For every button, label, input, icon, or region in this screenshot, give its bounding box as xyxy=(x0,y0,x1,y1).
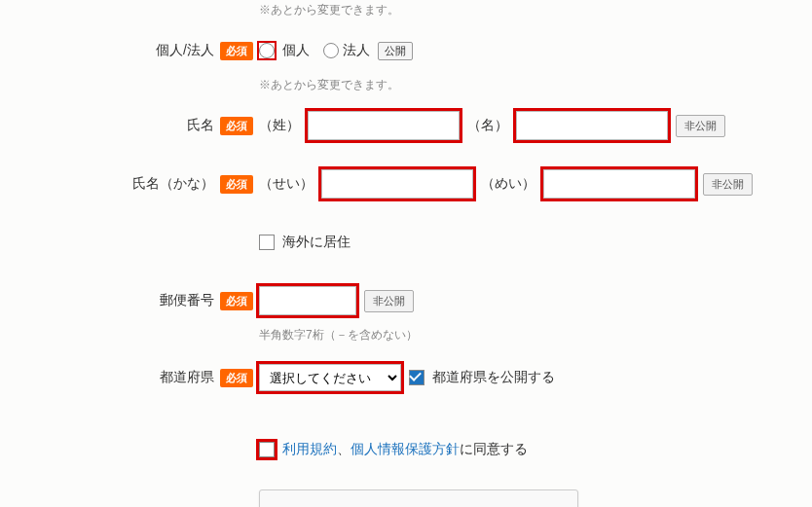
mei-kana-label: （めい） xyxy=(481,175,535,193)
radio-corp-label: 法人 xyxy=(343,42,370,59)
note-change-later: ※あとから変更できます。 xyxy=(259,2,812,18)
surname-input[interactable] xyxy=(308,111,460,140)
sei-kana-label: （せい） xyxy=(259,175,314,193)
name-label: 氏名 xyxy=(187,117,214,134)
postal-hint: 半角数字7桁（－を含めない） xyxy=(259,327,812,344)
given-name-kana-input[interactable] xyxy=(543,169,695,199)
prefecture-select[interactable]: 選択してください xyxy=(259,364,401,391)
privacy-link[interactable]: 個人情報保護方針 xyxy=(351,441,460,456)
name-kana-label: 氏名（かな） xyxy=(132,175,214,193)
required-badge: 必須 xyxy=(220,42,253,60)
radio-corporate[interactable]: 法人 xyxy=(323,42,370,59)
entity-public-button[interactable]: 公開 xyxy=(378,42,413,60)
terms-link[interactable]: 利用規約 xyxy=(282,441,337,456)
required-badge: 必須 xyxy=(220,117,253,135)
prefecture-label: 都道府県 xyxy=(160,369,214,386)
required-badge: 必須 xyxy=(220,369,253,387)
radio-personal-label: 個人 xyxy=(282,42,310,59)
given-name-input[interactable] xyxy=(516,111,668,140)
kana-private-button[interactable]: 非公開 xyxy=(703,173,753,196)
postal-code-input[interactable] xyxy=(259,286,356,315)
postal-private-button[interactable]: 非公開 xyxy=(364,290,414,312)
radio-icon xyxy=(259,43,275,58)
mei-label: （名） xyxy=(467,117,508,134)
agree-text: 利用規約、個人情報保護方針に同意する xyxy=(282,441,528,458)
radio-personal[interactable] xyxy=(259,43,275,58)
agree-checkbox[interactable] xyxy=(259,442,275,457)
required-badge: 必須 xyxy=(220,175,253,194)
recaptcha-widget[interactable]: 私はロボットではありません reCAPTCHA xyxy=(259,489,578,507)
overseas-checkbox[interactable] xyxy=(259,235,275,250)
overseas-label: 海外に居住 xyxy=(282,234,351,251)
name-private-button[interactable]: 非公開 xyxy=(676,115,725,137)
required-badge: 必須 xyxy=(220,292,253,310)
sei-label: （姓） xyxy=(259,117,300,134)
postal-label: 郵便番号 xyxy=(160,292,214,309)
prefecture-publish-label: 都道府県を公開する xyxy=(432,369,555,386)
surname-kana-input[interactable] xyxy=(321,169,473,199)
radio-icon xyxy=(323,43,339,58)
entity-label: 個人/法人 xyxy=(156,42,214,59)
prefecture-publish-checkbox[interactable] xyxy=(409,370,424,385)
note-change-later-2: ※あとから変更できます。 xyxy=(259,77,812,93)
